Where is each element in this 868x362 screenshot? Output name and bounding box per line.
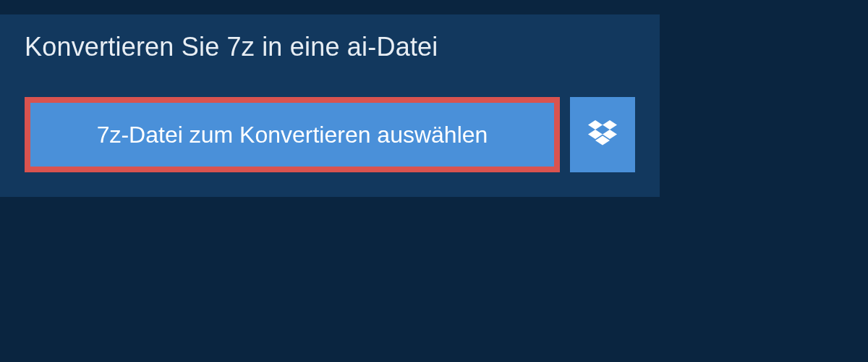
- dropbox-icon: [588, 120, 617, 149]
- converter-panel: Konvertieren Sie 7z in eine ai-Datei 7z-…: [0, 14, 660, 197]
- action-row: 7z-Datei zum Konvertieren auswählen: [0, 78, 660, 197]
- page-title: Konvertieren Sie 7z in eine ai-Datei: [25, 32, 438, 62]
- dropbox-button[interactable]: [570, 97, 635, 172]
- choose-file-button[interactable]: 7z-Datei zum Konvertieren auswählen: [25, 97, 560, 172]
- choose-file-label: 7z-Datei zum Konvertieren auswählen: [97, 122, 488, 148]
- title-bar: Konvertieren Sie 7z in eine ai-Datei: [0, 14, 463, 78]
